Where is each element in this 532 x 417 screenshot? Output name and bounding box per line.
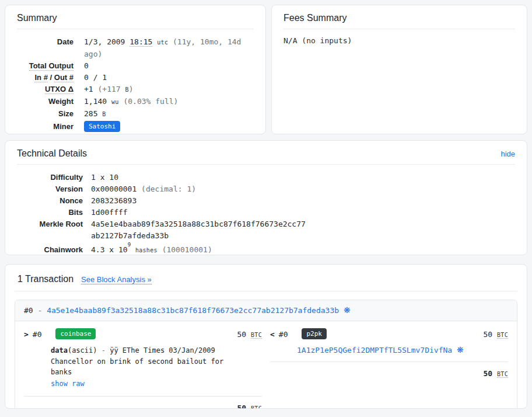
output-arrow-icon: < (270, 330, 275, 339)
fees-summary-title: Fees Summary (284, 13, 515, 29)
tech-row-difficulty: Difficulty 1 x 10 (17, 172, 515, 183)
output-index: #0 (279, 330, 288, 339)
summary-row-confirmations: Confirmations 657,337 (17, 133, 254, 134)
chainwork-label: Chainwork (17, 244, 83, 255)
input-row-header: > #0 coinbase 50 BTC (24, 329, 262, 340)
coinbase-badge: coinbase (55, 328, 96, 339)
confirmations-value: 657,337 (84, 134, 116, 134)
block-analysis-link[interactable]: See Block Analysis » (81, 275, 152, 284)
weight-label: Weight (17, 96, 74, 107)
version-label: Version (17, 183, 83, 195)
date-value: 1/3, 2009 18:15 utc (11y, 10mo, 14d ago) (84, 36, 254, 60)
txid-link[interactable]: 4a5e1e4baab89f3a32518a88c31bc87f618f7667… (47, 306, 339, 315)
difficulty-label: Difficulty (17, 172, 83, 183)
hide-link[interactable]: hide (501, 150, 515, 158)
transactions-card: 1 Transaction See Block Analysis » #0 - … (5, 264, 527, 409)
summary-row-in-out: In # / Out # 0 / 1 (17, 72, 254, 84)
output-amount-unit: BTC (497, 332, 508, 339)
utxo-value: +1 (+117 B) (84, 84, 134, 96)
tx-inputs-column: > #0 coinbase 50 BTC data(ascii) - ÿÿ ET… (24, 329, 262, 409)
coinbase-data: data(ascii) - ÿÿ EThe Times 03/Jan/2009 … (51, 345, 227, 389)
date-label: Date (17, 36, 74, 48)
snowflake-icon: ❋ (344, 305, 351, 315)
input-amount-unit: BTC (251, 332, 262, 339)
transactions-title: 1 Transaction (18, 274, 74, 284)
output-total: 50 BTC (270, 362, 508, 378)
input-index: #0 (33, 330, 42, 339)
confirmations-label: Confirmations (17, 133, 74, 134)
show-raw-link[interactable]: show raw (51, 380, 85, 388)
technical-details-card: Technical Details hide Difficulty 1 x 10… (5, 140, 527, 255)
date-utc-unit: utc (157, 39, 168, 46)
lock-icon (118, 134, 126, 134)
output-address-link[interactable]: 1A1zP1eP5QGefi2DMPTfTL5SLmv7DivfNa (297, 346, 452, 355)
bits-label: Bits (17, 207, 83, 218)
miner-badge[interactable]: Satoshi (84, 121, 120, 132)
version-value: 0x00000001 (decimal: 1) (91, 183, 196, 195)
transaction-item: #0 - 4a5e1e4baab89f3a32518a88c31bc87f618… (15, 300, 517, 409)
summary-row-date: Date 1/3, 2009 18:15 utc (11y, 10mo, 14d… (17, 36, 254, 60)
size-value: 285 B (84, 108, 106, 120)
p2pk-badge: p2pk (302, 328, 327, 339)
size-unit: B (102, 111, 106, 117)
input-arrow-icon: > (24, 330, 29, 339)
tech-row-version: Version 0x00000001 (decimal: 1) (17, 183, 515, 195)
summary-row-miner: Miner Satoshi (17, 120, 254, 133)
total-output-label: Total Output (17, 60, 74, 72)
tech-row-bits: Bits 1d00ffff (17, 207, 515, 218)
size-label: Size (17, 108, 74, 120)
tx-index: #0 (24, 306, 33, 315)
nonce-value: 2083236893 (91, 195, 136, 207)
fees-summary-value: N/A (no inputs) (284, 36, 515, 45)
summary-row-total-output: Total Output 0 (17, 60, 254, 72)
tx-outputs-column: < #0 p2pk 50 BTC 1A1zP1eP5QGefi2DMPTfTL5… (270, 329, 508, 409)
chainwork-value: 4.3 x 109 hashes (100010001) (91, 242, 212, 255)
transaction-header: #0 - 4a5e1e4baab89f3a32518a88c31bc87f618… (15, 300, 517, 321)
summary-row-weight: Weight 1,140 wu (0.03% full) (17, 96, 254, 108)
bits-value: 1d00ffff (91, 207, 128, 218)
input-amount: 50 BTC (237, 330, 262, 339)
snowflake-icon: ❋ (457, 345, 464, 355)
technical-details-title: Technical Details (17, 148, 87, 159)
summary-card: Summary Date 1/3, 2009 18:15 utc (11y, 1… (5, 5, 266, 134)
weight-unit: wu (111, 99, 119, 105)
fees-summary-card: Fees Summary N/A (no inputs) (271, 5, 527, 134)
in-out-label: In # / Out # (17, 72, 74, 84)
summary-row-utxo: UTXO Δ +1 (+117 B) (17, 84, 254, 96)
input-total-unit: BTC (251, 405, 262, 409)
date-time: 18:15 (130, 37, 152, 47)
total-output-value: 0 (84, 60, 89, 72)
output-amount: 50 BTC (484, 330, 508, 339)
chainwork-unit: hashes (135, 247, 158, 253)
weight-value: 1,140 wu (0.03% full) (84, 96, 178, 108)
merkle-root-label: Merkle Root (17, 218, 83, 230)
output-row-header: < #0 p2pk 50 BTC (270, 329, 508, 340)
top-row: Summary Date 1/3, 2009 18:15 utc (11y, 1… (5, 5, 527, 134)
in-out-value: 0 / 1 (84, 72, 107, 84)
utxo-label: UTXO Δ (17, 84, 74, 95)
miner-label: Miner (17, 121, 74, 133)
summary-row-size: Size 285 B (17, 108, 254, 120)
summary-title: Summary (17, 13, 254, 29)
merkle-root-value: 4a5e1e4baab89f3a32518a88c31bc87f618f7667… (91, 218, 308, 242)
tech-row-chainwork: Chainwork 4.3 x 109 hashes (100010001) (17, 242, 515, 255)
tech-row-nonce: Nonce 2083236893 (17, 195, 515, 207)
difficulty-value: 1 x 10 (91, 172, 118, 183)
input-total: 50 BTC (24, 397, 262, 409)
nonce-label: Nonce (17, 195, 83, 207)
output-total-unit: BTC (497, 371, 508, 378)
tech-row-merkle-root: Merkle Root 4a5e1e4baab89f3a32518a88c31b… (17, 218, 515, 242)
